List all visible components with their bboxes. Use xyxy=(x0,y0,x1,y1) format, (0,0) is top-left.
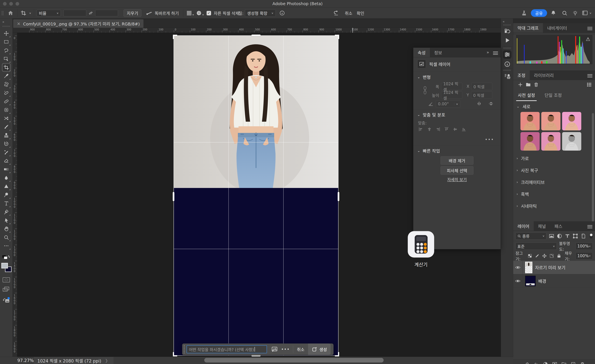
layer-effects-fx-icon[interactable]: fx xyxy=(533,362,539,364)
adjustments-panel-menu-icon[interactable] xyxy=(588,73,592,78)
transform-section-header[interactable]: ⌄변형 xyxy=(413,74,501,80)
dock-grip-1[interactable] xyxy=(503,24,511,25)
select-subject-button[interactable]: 피사체 선택 xyxy=(440,166,474,175)
shape-tool[interactable] xyxy=(3,184,9,189)
layer-row-crop-preview[interactable]: 자르기 미리 보기 xyxy=(513,261,595,274)
gradient-tool[interactable] xyxy=(3,166,9,172)
swap-dimensions-button[interactable] xyxy=(88,7,93,19)
layer-visibility-eye-icon[interactable] xyxy=(513,261,523,274)
tab-paths[interactable]: 패스 xyxy=(550,221,567,231)
clear-button[interactable]: 지우기 xyxy=(124,7,141,19)
tab-presets[interactable]: 사전 설정 xyxy=(516,90,537,101)
filter-image-layers-icon[interactable] xyxy=(549,233,554,239)
list-view-icon[interactable] xyxy=(586,82,592,87)
layer-row-background[interactable]: 배경 xyxy=(513,274,595,288)
discover-lightbulb-icon[interactable] xyxy=(572,7,578,19)
filter-type-layers-icon[interactable] xyxy=(565,233,570,239)
crop-settings-gear-button[interactable]: ▾ xyxy=(196,7,204,19)
layer-name[interactable]: 자르기 미리 보기 xyxy=(535,264,565,271)
section-1[interactable]: ›가로 xyxy=(513,152,595,164)
link-layers-icon[interactable] xyxy=(524,362,530,364)
top-ruler[interactable]: 9008007006005004003002001000100200300400… xyxy=(13,28,501,33)
fill-input[interactable]: 100%∨ xyxy=(575,252,593,259)
lock-image-pixels-icon[interactable] xyxy=(535,253,540,258)
histogram-panel-menu-icon[interactable] xyxy=(588,26,592,31)
layer-mask-icon[interactable] xyxy=(552,362,557,364)
content-aware-move-tool[interactable] xyxy=(3,115,9,121)
layer-name[interactable]: 배경 xyxy=(538,278,546,284)
home-button[interactable] xyxy=(7,7,14,19)
add-adjustment-icon[interactable] xyxy=(517,82,523,87)
lasso-tool[interactable] xyxy=(3,48,9,53)
layer-thumbnail[interactable] xyxy=(525,276,536,286)
pen-tool[interactable] xyxy=(3,209,9,214)
minimize-window-button[interactable] xyxy=(9,2,13,6)
cancel-generate-button[interactable]: 취소 xyxy=(297,346,305,352)
align-top-icon[interactable] xyxy=(444,127,449,132)
new-group-folder-icon[interactable] xyxy=(561,362,567,364)
align-right-icon[interactable] xyxy=(436,127,440,132)
align-center-h-icon[interactable] xyxy=(427,127,432,132)
healing-brush-tool[interactable] xyxy=(3,99,9,104)
crop-handle-top-right[interactable] xyxy=(335,35,339,39)
status-chevron-icon[interactable]: 〉 xyxy=(106,357,110,364)
tab-info[interactable]: 정보 xyxy=(430,48,446,57)
marquee-tool[interactable] xyxy=(3,39,9,45)
workspace-switcher-icon[interactable]: ∨ xyxy=(582,7,592,19)
crop-handle-top[interactable] xyxy=(251,35,261,36)
align-bottom-icon[interactable] xyxy=(461,127,466,132)
hand-tool[interactable] xyxy=(3,226,9,232)
tab-libraries[interactable]: 라이브러리 xyxy=(530,71,558,80)
crop-box[interactable] xyxy=(174,36,338,355)
quick-actions-section-header[interactable]: ⌄빠른 작업 xyxy=(413,148,501,154)
layers-panel-menu-icon[interactable] xyxy=(588,224,592,229)
filter-smart-objects-icon[interactable] xyxy=(581,233,586,239)
crop-handle-top-left[interactable] xyxy=(173,35,177,39)
horizontal-scrollbar-thumb[interactable] xyxy=(204,358,384,363)
taskbar-grip[interactable] xyxy=(184,345,185,353)
zoom-percentage[interactable]: 97.27% xyxy=(17,358,34,363)
dock-grip-2[interactable] xyxy=(503,48,511,49)
search-icon[interactable] xyxy=(562,7,567,19)
zoom-window-button[interactable] xyxy=(15,2,19,6)
filter-shape-layers-icon[interactable] xyxy=(573,233,578,239)
delete-cropped-pixels-toggle[interactable]: ✓ 자른 픽셀 삭제 xyxy=(207,7,239,19)
foreground-background-swatches[interactable] xyxy=(1,263,12,273)
properties-panel-icon[interactable] xyxy=(504,51,510,58)
layer-filter-search[interactable]: 종류 ∨ xyxy=(516,232,546,240)
reset-crop-button[interactable] xyxy=(333,7,339,19)
more-tool[interactable] xyxy=(3,243,9,249)
filter-adjustment-layers-icon[interactable] xyxy=(557,233,562,239)
preset-thumbnail-3[interactable] xyxy=(562,112,581,130)
crop-handle-right[interactable] xyxy=(338,192,339,201)
align-section-header[interactable]: ⌄맞춤 및 분포 xyxy=(413,112,501,118)
histogram-warning-icon[interactable]: ⚠ xyxy=(586,36,590,42)
tab-navigator[interactable]: 내비게이터 xyxy=(543,23,571,33)
swap-colors-mini[interactable] xyxy=(2,254,11,263)
adjustment-layer-icon[interactable] xyxy=(543,362,548,364)
clone-stamp-tool[interactable] xyxy=(3,133,9,138)
section-2[interactable]: ›사진 복구 xyxy=(513,164,595,176)
actions-panel-icon[interactable] xyxy=(504,37,510,44)
crop-handle-bottom[interactable] xyxy=(251,355,261,357)
quick-mask-button[interactable] xyxy=(3,277,10,282)
commit-crop-button[interactable]: 확인 xyxy=(357,7,364,19)
lock-artboard-icon[interactable] xyxy=(549,253,554,258)
options-grip[interactable] xyxy=(2,11,3,15)
generative-prompt-input[interactable]: 어떤 작업을 하시겠습니까? (선택 사항) xyxy=(187,345,267,353)
dock-grip-3[interactable] xyxy=(503,70,511,71)
reference-image-icon[interactable] xyxy=(271,346,278,353)
preset-thumbnail-4[interactable] xyxy=(520,132,540,150)
lock-all-icon[interactable] xyxy=(557,253,561,258)
close-window-button[interactable] xyxy=(3,2,7,6)
new-layer-icon[interactable] xyxy=(571,362,576,364)
preset-thumbnail-6[interactable] xyxy=(562,132,581,150)
blend-mode-select[interactable]: 표준∨ xyxy=(516,243,557,250)
foreground-color-swatch[interactable] xyxy=(1,263,8,268)
notifications-bell-icon[interactable] xyxy=(550,7,556,19)
path-select-tool[interactable] xyxy=(3,218,9,223)
move-tool[interactable] xyxy=(3,31,9,36)
object-selection-tool[interactable] xyxy=(3,56,9,62)
see-more-link[interactable]: 자세히 보기 xyxy=(447,176,467,182)
align-left-icon[interactable] xyxy=(418,127,423,132)
